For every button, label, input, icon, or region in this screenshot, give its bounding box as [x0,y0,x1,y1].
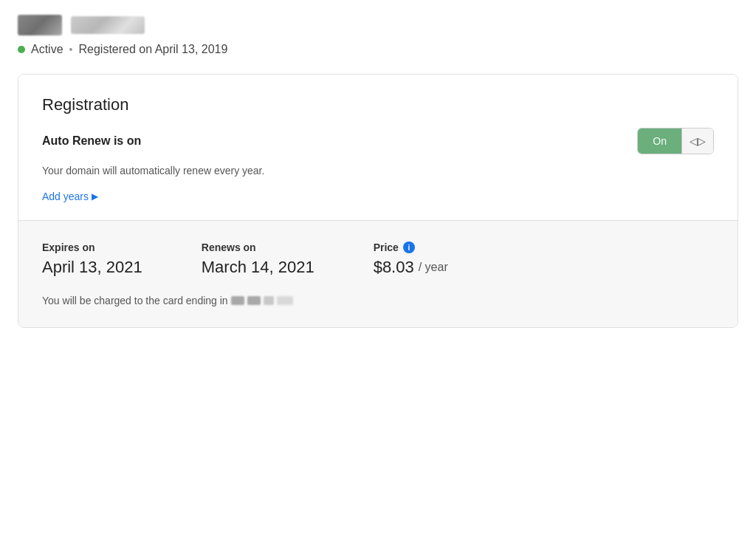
toggle-on-button[interactable]: On [638,128,681,154]
details-grid: Expires on April 13, 2021 Renews on Marc… [42,241,714,277]
card-block-4 [277,296,293,305]
header-section: Active • Registered on April 13, 2019 [18,15,738,56]
expires-label: Expires on [42,241,142,253]
auto-renew-row: Auto Renew is on On ◁▷ [42,128,714,154]
price-info-icon[interactable]: i [403,241,415,253]
charge-prefix: You will be charged to the card ending i… [42,295,228,306]
renews-column: Renews on March 14, 2021 [202,241,315,277]
renews-label: Renews on [202,241,315,253]
expires-column: Expires on April 13, 2021 [42,241,142,277]
logo-primary [18,15,62,35]
price-unit: / year [419,261,448,274]
price-label: Price [374,241,399,253]
logo-secondary [71,16,145,34]
toggle-arrow-button[interactable]: ◁▷ [681,128,713,154]
add-years-arrow-icon: ▶ [92,191,98,202]
status-separator: • [69,44,73,55]
section-title: Registration [42,95,714,114]
main-card: Registration Auto Renew is on On ◁▷ Your… [18,74,738,328]
charge-text-row: You will be charged to the card ending i… [42,295,714,306]
price-column: Price i $8.03 / year [374,241,448,277]
toggle-arrow-icon: ◁▷ [690,135,706,147]
status-label: Active [31,43,63,56]
registered-text: Registered on April 13, 2019 [78,43,227,56]
card-block-2 [247,296,261,305]
price-value: $8.03 [374,258,414,277]
toggle-container[interactable]: On ◁▷ [637,128,714,154]
card-block-1 [231,296,244,305]
renews-value: March 14, 2021 [202,258,315,277]
status-bar: Active • Registered on April 13, 2019 [18,43,738,56]
auto-renew-label: Auto Renew is on [42,134,141,148]
card-number-blurred [231,296,293,305]
card-block-3 [264,296,274,305]
add-years-link[interactable]: Add years ▶ [42,191,714,202]
add-years-label: Add years [42,191,89,202]
details-section: Expires on April 13, 2021 Renews on Marc… [18,220,738,327]
status-dot-icon [18,46,25,53]
logo-area [18,15,738,35]
registration-section: Registration Auto Renew is on On ◁▷ Your… [18,75,738,220]
price-row: $8.03 / year [374,258,448,277]
expires-value: April 13, 2021 [42,258,142,277]
auto-renew-description: Your domain will automatically renew eve… [42,163,714,179]
